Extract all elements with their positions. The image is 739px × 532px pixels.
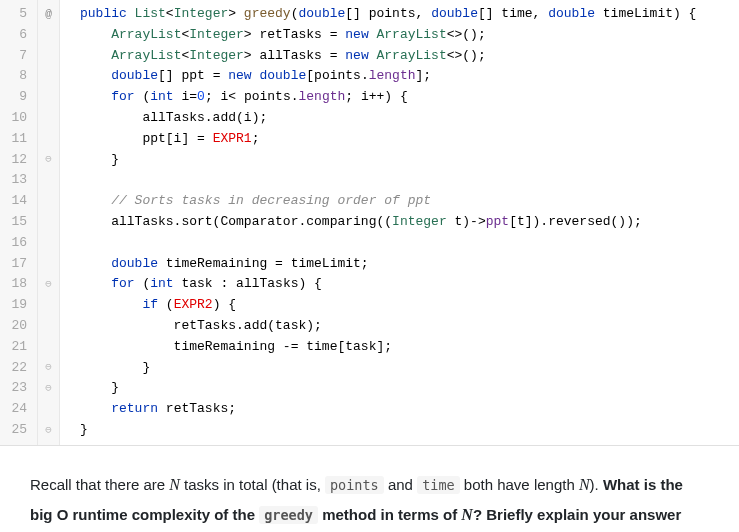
code-line: for (int task : allTasks) { [80,274,739,295]
code-line [80,233,739,254]
line-number: 6 [0,25,31,46]
marker-empty [38,25,59,46]
marker-empty [38,46,59,67]
question-part: Recall that there are [30,476,169,493]
line-number: 21 [0,337,31,358]
code-line: return retTasks; [80,399,739,420]
line-number: 12 [0,150,31,171]
code-line: ppt[i] = EXPR1; [80,129,739,150]
code-content: public List<Integer> greedy(double[] poi… [60,0,739,445]
line-number: 9 [0,87,31,108]
marker-empty [38,295,59,316]
line-number: 8 [0,66,31,87]
line-number: 19 [0,295,31,316]
marker-empty [38,233,59,254]
line-number: 20 [0,316,31,337]
line-number: 7 [0,46,31,67]
question-part: ). [590,476,603,493]
math-variable-n: N [169,476,180,493]
line-number: 24 [0,399,31,420]
marker-empty [38,399,59,420]
fold-icon[interactable]: ⊖ [38,150,59,171]
marker-empty [38,66,59,87]
code-line: allTasks.add(i); [80,108,739,129]
code-line: } [80,378,739,399]
code-line: } [80,150,739,171]
marker-empty [38,337,59,358]
annotation-marker[interactable]: @ [38,4,59,25]
marker-empty [38,316,59,337]
code-line: } [80,358,739,379]
line-number: 23 [0,378,31,399]
line-number-gutter: 5678910111213141516171819202122232425 [0,0,38,445]
line-number: 5 [0,4,31,25]
line-number: 17 [0,254,31,275]
inline-code-time: time [417,476,460,494]
marker-empty [38,87,59,108]
marker-empty [38,170,59,191]
line-number: 13 [0,170,31,191]
question-part: tasks in total (that is, [180,476,325,493]
line-number: 18 [0,274,31,295]
code-line: // Sorts tasks in decreasing order of pp… [80,191,739,212]
marker-empty [38,254,59,275]
fold-marker-gutter: @⊖⊖⊖⊖⊖ [38,0,60,445]
line-number: 10 [0,108,31,129]
marker-empty [38,191,59,212]
question-part: and [384,476,417,493]
math-variable-n: N [461,506,473,523]
code-line: for (int i=0; i< points.length; i++) { [80,87,739,108]
code-line: } [80,420,739,441]
code-line [80,170,739,191]
inline-code-points: points [325,476,384,494]
inline-code-greedy: greedy [259,506,318,524]
code-line: allTasks.sort(Comparator.comparing((Inte… [80,212,739,233]
code-line: retTasks.add(task); [80,316,739,337]
marker-empty [38,212,59,233]
line-number: 11 [0,129,31,150]
question-part: both have length [460,476,579,493]
line-number: 25 [0,420,31,441]
code-line: public List<Integer> greedy(double[] poi… [80,4,739,25]
code-line: ArrayList<Integer> retTasks = new ArrayL… [80,25,739,46]
marker-empty [38,129,59,150]
fold-icon[interactable]: ⊖ [38,420,59,441]
code-line: if (EXPR2) { [80,295,739,316]
code-line: double[] ppt = new double[points.length]… [80,66,739,87]
line-number: 15 [0,212,31,233]
code-line: ArrayList<Integer> allTasks = new ArrayL… [80,46,739,67]
fold-icon[interactable]: ⊖ [38,274,59,295]
marker-empty [38,108,59,129]
code-editor: 5678910111213141516171819202122232425 @⊖… [0,0,739,446]
line-number: 14 [0,191,31,212]
line-number: 22 [0,358,31,379]
code-line: double timeRemaining = timeLimit; [80,254,739,275]
code-line: timeRemaining -= time[task]; [80,337,739,358]
line-number: 16 [0,233,31,254]
fold-icon[interactable]: ⊖ [38,358,59,379]
question-text: Recall that there are N tasks in total (… [0,446,739,532]
fold-icon[interactable]: ⊖ [38,378,59,399]
math-variable-n: N [579,476,590,493]
